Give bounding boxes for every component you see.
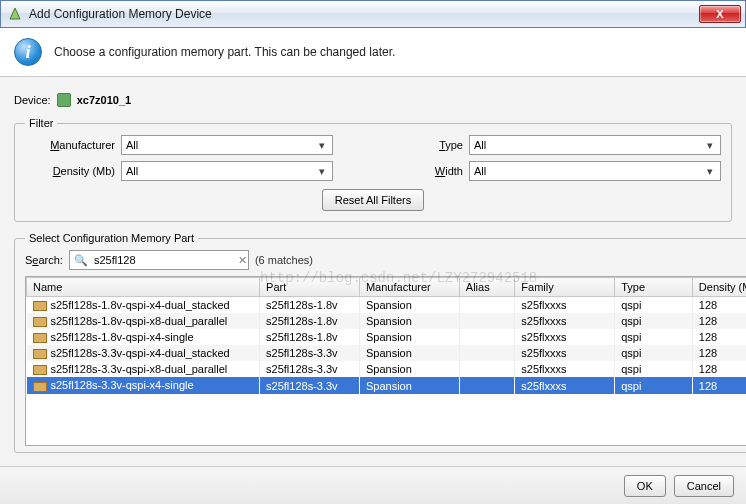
col-density[interactable]: Density (Mb) xyxy=(692,278,746,297)
cell-part: s25fl128s-1.8v xyxy=(260,297,360,314)
cell-name: s25fl128s-1.8v-qspi-x4-dual_stacked xyxy=(27,297,260,314)
memory-part-icon xyxy=(33,333,47,343)
cell-type: qspi xyxy=(615,313,693,329)
table-row[interactable]: s25fl128s-3.3v-qspi-x4-singles25fl128s-3… xyxy=(27,377,747,393)
cell-name-text: s25fl128s-1.8v-qspi-x4-dual_stacked xyxy=(51,299,230,311)
svg-marker-0 xyxy=(10,8,20,19)
cell-type-text: qspi xyxy=(621,331,641,343)
device-row: Device: xc7z010_1 xyxy=(14,93,732,107)
table-row[interactable]: s25fl128s-3.3v-qspi-x4-dual_stackeds25fl… xyxy=(27,345,747,361)
title-bar: Add Configuration Memory Device X xyxy=(0,0,746,28)
filter-group: Filter Manufacturer All ▾ Type All ▾ Den… xyxy=(14,117,732,222)
cell-name-text: s25fl128s-3.3v-qspi-x4-single xyxy=(51,379,194,391)
device-value: xc7z010_1 xyxy=(77,94,131,106)
search-field[interactable] xyxy=(92,253,234,267)
width-label: Width xyxy=(413,165,463,177)
cell-density-text: 128 xyxy=(699,331,717,343)
cell-family-text: s25flxxxs xyxy=(521,347,566,359)
memory-part-icon xyxy=(33,317,47,327)
ok-button[interactable]: OK xyxy=(624,475,666,497)
clear-search-icon[interactable]: ✕ xyxy=(238,254,247,267)
cell-density: 128 xyxy=(692,313,746,329)
reset-filters-button[interactable]: Reset All Filters xyxy=(322,189,424,211)
memory-part-icon xyxy=(33,301,47,311)
width-combo[interactable]: All ▾ xyxy=(469,161,721,181)
type-combo[interactable]: All ▾ xyxy=(469,135,721,155)
cell-manufacturer-text: Spansion xyxy=(366,299,412,311)
cell-name: s25fl128s-3.3v-qspi-x8-dual_parallel xyxy=(27,361,260,377)
parts-table-wrap[interactable]: Name Part Manufacturer Alias Family Type… xyxy=(25,276,746,446)
cell-density: 128 xyxy=(692,345,746,361)
cell-density-text: 128 xyxy=(699,363,717,375)
close-button[interactable]: X xyxy=(699,5,741,23)
col-part[interactable]: Part xyxy=(260,278,360,297)
col-name[interactable]: Name xyxy=(27,278,260,297)
cell-part: s25fl128s-3.3v xyxy=(260,361,360,377)
table-row[interactable]: s25fl128s-1.8v-qspi-x4-dual_stackeds25fl… xyxy=(27,297,747,314)
col-manufacturer[interactable]: Manufacturer xyxy=(359,278,459,297)
cell-part-text: s25fl128s-3.3v xyxy=(266,347,338,359)
cell-density-text: 128 xyxy=(699,299,717,311)
cell-density-text: 128 xyxy=(699,380,717,392)
type-value: All xyxy=(474,139,486,151)
window-title: Add Configuration Memory Device xyxy=(29,7,699,21)
cell-part-text: s25fl128s-1.8v xyxy=(266,331,338,343)
cell-manufacturer: Spansion xyxy=(359,361,459,377)
cell-family-text: s25flxxxs xyxy=(521,315,566,327)
dialog-footer: OK Cancel xyxy=(0,466,746,504)
manufacturer-combo[interactable]: All ▾ xyxy=(121,135,333,155)
cell-manufacturer-text: Spansion xyxy=(366,331,412,343)
cell-name: s25fl128s-3.3v-qspi-x4-single xyxy=(27,377,260,393)
density-combo[interactable]: All ▾ xyxy=(121,161,333,181)
device-label: Device: xyxy=(14,94,51,106)
select-part-group: Select Configuration Memory Part Search:… xyxy=(14,232,746,453)
table-row[interactable]: s25fl128s-1.8v-qspi-x4-singles25fl128s-1… xyxy=(27,329,747,345)
cell-density-text: 128 xyxy=(699,315,717,327)
ok-label: OK xyxy=(637,480,653,492)
app-icon xyxy=(7,6,23,22)
table-row[interactable]: s25fl128s-3.3v-qspi-x8-dual_parallels25f… xyxy=(27,361,747,377)
cell-part-text: s25fl128s-3.3v xyxy=(266,363,338,375)
cell-family: s25flxxxs xyxy=(515,345,615,361)
cell-manufacturer: Spansion xyxy=(359,297,459,314)
cancel-button[interactable]: Cancel xyxy=(674,475,734,497)
cell-manufacturer: Spansion xyxy=(359,329,459,345)
cell-type: qspi xyxy=(615,329,693,345)
cell-manufacturer: Spansion xyxy=(359,313,459,329)
cell-family-text: s25flxxxs xyxy=(521,380,566,392)
col-alias[interactable]: Alias xyxy=(459,278,514,297)
cell-family: s25flxxxs xyxy=(515,377,615,393)
parts-table: Name Part Manufacturer Alias Family Type… xyxy=(26,277,746,394)
width-value: All xyxy=(474,165,486,177)
cell-manufacturer: Spansion xyxy=(359,345,459,361)
cell-name-text: s25fl128s-1.8v-qspi-x4-single xyxy=(51,331,194,343)
cell-family: s25flxxxs xyxy=(515,313,615,329)
chevron-down-icon: ▾ xyxy=(702,164,718,178)
filter-legend: Filter xyxy=(25,117,57,129)
cell-part: s25fl128s-1.8v xyxy=(260,329,360,345)
cancel-label: Cancel xyxy=(687,480,721,492)
cell-family: s25flxxxs xyxy=(515,297,615,314)
memory-part-icon xyxy=(33,382,47,392)
search-input[interactable]: 🔍 ✕ xyxy=(69,250,249,270)
cell-name-text: s25fl128s-1.8v-qspi-x8-dual_parallel xyxy=(51,315,228,327)
table-row[interactable]: s25fl128s-1.8v-qspi-x8-dual_parallels25f… xyxy=(27,313,747,329)
cell-manufacturer-text: Spansion xyxy=(366,315,412,327)
cell-name: s25fl128s-1.8v-qspi-x8-dual_parallel xyxy=(27,313,260,329)
cell-part-text: s25fl128s-3.3v xyxy=(266,380,338,392)
cell-alias xyxy=(459,329,514,345)
cell-type-text: qspi xyxy=(621,363,641,375)
col-family[interactable]: Family xyxy=(515,278,615,297)
cell-type: qspi xyxy=(615,297,693,314)
density-value: All xyxy=(126,165,138,177)
col-type[interactable]: Type xyxy=(615,278,693,297)
matches-text: (6 matches) xyxy=(255,254,313,266)
cell-manufacturer: Spansion xyxy=(359,377,459,393)
cell-type: qspi xyxy=(615,345,693,361)
cell-part: s25fl128s-3.3v xyxy=(260,377,360,393)
cell-alias xyxy=(459,377,514,393)
search-label: Search: xyxy=(25,254,63,266)
table-header-row: Name Part Manufacturer Alias Family Type… xyxy=(27,278,747,297)
cell-alias xyxy=(459,313,514,329)
cell-type-text: qspi xyxy=(621,380,641,392)
